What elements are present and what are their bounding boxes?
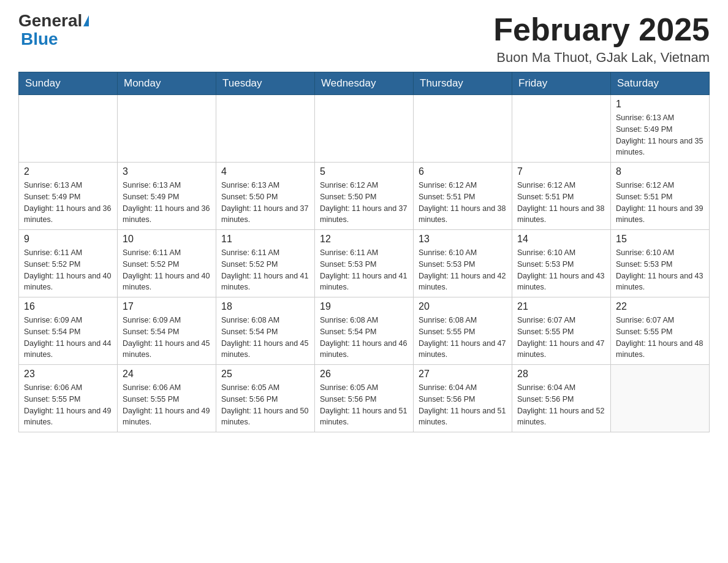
day-number: 2 xyxy=(24,166,112,177)
day-info: Sunrise: 6:11 AMSunset: 5:52 PMDaylight:… xyxy=(221,247,309,293)
day-cell: 18Sunrise: 6:08 AMSunset: 5:54 PMDayligh… xyxy=(216,297,315,365)
location-title: Buon Ma Thuot, GJak Lak, Vietnam xyxy=(493,50,710,66)
day-info: Sunrise: 6:07 AMSunset: 5:55 PMDaylight:… xyxy=(517,315,605,361)
day-number: 3 xyxy=(123,166,211,177)
day-number: 16 xyxy=(24,301,112,312)
weekday-header-thursday: Thursday xyxy=(414,72,512,95)
day-cell: 15Sunrise: 6:10 AMSunset: 5:53 PMDayligh… xyxy=(611,230,710,297)
day-number: 19 xyxy=(320,301,408,312)
day-cell xyxy=(19,95,118,163)
day-number: 10 xyxy=(123,234,211,245)
day-info: Sunrise: 6:11 AMSunset: 5:52 PMDaylight:… xyxy=(123,247,211,293)
day-number: 18 xyxy=(221,301,309,312)
day-cell xyxy=(315,95,414,163)
day-info: Sunrise: 6:10 AMSunset: 5:53 PMDaylight:… xyxy=(517,247,605,293)
day-info: Sunrise: 6:04 AMSunset: 5:56 PMDaylight:… xyxy=(517,382,605,428)
day-info: Sunrise: 6:05 AMSunset: 5:56 PMDaylight:… xyxy=(320,382,408,428)
day-number: 12 xyxy=(320,234,408,245)
day-cell: 3Sunrise: 6:13 AMSunset: 5:49 PMDaylight… xyxy=(118,163,216,230)
day-cell: 2Sunrise: 6:13 AMSunset: 5:49 PMDaylight… xyxy=(19,163,118,230)
week-row-5: 23Sunrise: 6:06 AMSunset: 5:55 PMDayligh… xyxy=(19,365,710,432)
day-cell: 19Sunrise: 6:08 AMSunset: 5:54 PMDayligh… xyxy=(315,297,414,365)
week-row-2: 2Sunrise: 6:13 AMSunset: 5:49 PMDaylight… xyxy=(19,163,710,230)
day-cell xyxy=(414,95,512,163)
day-cell: 24Sunrise: 6:06 AMSunset: 5:55 PMDayligh… xyxy=(118,365,216,432)
day-info: Sunrise: 6:10 AMSunset: 5:53 PMDaylight:… xyxy=(419,247,507,293)
weekday-header-sunday: Sunday xyxy=(19,72,118,95)
day-cell: 17Sunrise: 6:09 AMSunset: 5:54 PMDayligh… xyxy=(118,297,216,365)
day-cell: 25Sunrise: 6:05 AMSunset: 5:56 PMDayligh… xyxy=(216,365,315,432)
day-cell: 5Sunrise: 6:12 AMSunset: 5:50 PMDaylight… xyxy=(315,163,414,230)
logo: General Blue xyxy=(18,12,89,49)
weekday-header-friday: Friday xyxy=(512,72,611,95)
day-cell xyxy=(512,95,611,163)
day-number: 7 xyxy=(517,166,605,177)
day-cell xyxy=(611,365,710,432)
day-cell: 4Sunrise: 6:13 AMSunset: 5:50 PMDaylight… xyxy=(216,163,315,230)
day-info: Sunrise: 6:12 AMSunset: 5:51 PMDaylight:… xyxy=(517,180,605,226)
day-number: 27 xyxy=(419,369,507,380)
weekday-header-monday: Monday xyxy=(118,72,216,95)
weekday-header-tuesday: Tuesday xyxy=(216,72,315,95)
day-number: 20 xyxy=(419,301,507,312)
title-block: February 2025 Buon Ma Thuot, GJak Lak, V… xyxy=(493,12,710,66)
day-info: Sunrise: 6:12 AMSunset: 5:51 PMDaylight:… xyxy=(419,180,507,226)
day-info: Sunrise: 6:10 AMSunset: 5:53 PMDaylight:… xyxy=(616,247,704,293)
weekday-header-wednesday: Wednesday xyxy=(315,72,414,95)
day-number: 6 xyxy=(419,166,507,177)
day-cell: 11Sunrise: 6:11 AMSunset: 5:52 PMDayligh… xyxy=(216,230,315,297)
day-info: Sunrise: 6:05 AMSunset: 5:56 PMDaylight:… xyxy=(221,382,309,428)
day-cell: 6Sunrise: 6:12 AMSunset: 5:51 PMDaylight… xyxy=(414,163,512,230)
day-cell: 23Sunrise: 6:06 AMSunset: 5:55 PMDayligh… xyxy=(19,365,118,432)
day-number: 4 xyxy=(221,166,309,177)
day-number: 5 xyxy=(320,166,408,177)
day-cell: 26Sunrise: 6:05 AMSunset: 5:56 PMDayligh… xyxy=(315,365,414,432)
page-header: General Blue February 2025 Buon Ma Thuot… xyxy=(18,12,710,66)
day-number: 23 xyxy=(24,369,112,380)
day-info: Sunrise: 6:11 AMSunset: 5:52 PMDaylight:… xyxy=(24,247,112,293)
day-number: 28 xyxy=(517,369,605,380)
day-cell: 20Sunrise: 6:08 AMSunset: 5:55 PMDayligh… xyxy=(414,297,512,365)
day-number: 21 xyxy=(517,301,605,312)
day-info: Sunrise: 6:07 AMSunset: 5:55 PMDaylight:… xyxy=(616,315,704,361)
day-number: 14 xyxy=(517,234,605,245)
day-number: 8 xyxy=(616,166,704,177)
logo-triangle-icon xyxy=(83,15,89,26)
weekday-header-saturday: Saturday xyxy=(611,72,710,95)
weekday-header-row: SundayMondayTuesdayWednesdayThursdayFrid… xyxy=(19,72,710,95)
logo-general-text: General xyxy=(18,12,82,29)
day-info: Sunrise: 6:06 AMSunset: 5:55 PMDaylight:… xyxy=(123,382,211,428)
day-number: 25 xyxy=(221,369,309,380)
day-cell: 7Sunrise: 6:12 AMSunset: 5:51 PMDaylight… xyxy=(512,163,611,230)
day-cell xyxy=(216,95,315,163)
day-number: 9 xyxy=(24,234,112,245)
day-cell: 1Sunrise: 6:13 AMSunset: 5:49 PMDaylight… xyxy=(611,95,710,163)
day-info: Sunrise: 6:11 AMSunset: 5:53 PMDaylight:… xyxy=(320,247,408,293)
day-cell: 28Sunrise: 6:04 AMSunset: 5:56 PMDayligh… xyxy=(512,365,611,432)
day-info: Sunrise: 6:06 AMSunset: 5:55 PMDaylight:… xyxy=(24,382,112,428)
day-info: Sunrise: 6:13 AMSunset: 5:49 PMDaylight:… xyxy=(24,180,112,226)
week-row-3: 9Sunrise: 6:11 AMSunset: 5:52 PMDaylight… xyxy=(19,230,710,297)
month-title: February 2025 xyxy=(493,12,710,47)
day-info: Sunrise: 6:13 AMSunset: 5:49 PMDaylight:… xyxy=(123,180,211,226)
day-cell: 9Sunrise: 6:11 AMSunset: 5:52 PMDaylight… xyxy=(19,230,118,297)
day-cell: 16Sunrise: 6:09 AMSunset: 5:54 PMDayligh… xyxy=(19,297,118,365)
day-info: Sunrise: 6:09 AMSunset: 5:54 PMDaylight:… xyxy=(123,315,211,361)
day-cell: 12Sunrise: 6:11 AMSunset: 5:53 PMDayligh… xyxy=(315,230,414,297)
day-cell xyxy=(118,95,216,163)
logo-blue-text: Blue xyxy=(21,29,58,48)
day-info: Sunrise: 6:12 AMSunset: 5:51 PMDaylight:… xyxy=(616,180,704,226)
day-number: 1 xyxy=(616,99,704,110)
day-info: Sunrise: 6:13 AMSunset: 5:50 PMDaylight:… xyxy=(221,180,309,226)
day-cell: 8Sunrise: 6:12 AMSunset: 5:51 PMDaylight… xyxy=(611,163,710,230)
week-row-1: 1Sunrise: 6:13 AMSunset: 5:49 PMDaylight… xyxy=(19,95,710,163)
day-number: 22 xyxy=(616,301,704,312)
day-cell: 10Sunrise: 6:11 AMSunset: 5:52 PMDayligh… xyxy=(118,230,216,297)
day-cell: 14Sunrise: 6:10 AMSunset: 5:53 PMDayligh… xyxy=(512,230,611,297)
day-info: Sunrise: 6:04 AMSunset: 5:56 PMDaylight:… xyxy=(419,382,507,428)
day-number: 13 xyxy=(419,234,507,245)
day-cell: 13Sunrise: 6:10 AMSunset: 5:53 PMDayligh… xyxy=(414,230,512,297)
day-cell: 22Sunrise: 6:07 AMSunset: 5:55 PMDayligh… xyxy=(611,297,710,365)
day-number: 24 xyxy=(123,369,211,380)
day-info: Sunrise: 6:09 AMSunset: 5:54 PMDaylight:… xyxy=(24,315,112,361)
